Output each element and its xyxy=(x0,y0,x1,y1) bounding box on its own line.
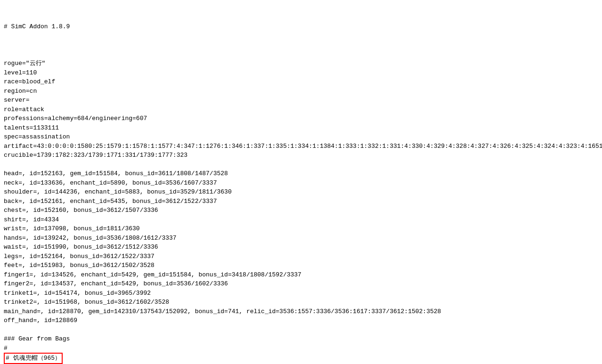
line-header: # SimC Addon 1.8.9 xyxy=(4,22,598,32)
code-block: # SimC Addon 1.8.9 rogue="云行"level=110ra… xyxy=(4,4,598,364)
code-line: neck=, id=133636, enchant_id=5890, bonus… xyxy=(4,178,598,188)
code-line: server= xyxy=(4,96,598,105)
code-line: level=110 xyxy=(4,68,598,78)
code-line: shoulder=, id=144236, enchant_id=5883, b… xyxy=(4,187,598,197)
code-lines: rogue="云行"level=110race=blood_elfregion=… xyxy=(4,50,598,364)
code-line: talents=1133111 xyxy=(4,123,598,133)
code-line: trinket2=, id=151968, bonus_id=3612/1602… xyxy=(4,298,598,307)
code-line: finger2=, id=134537, enchant_id=5429, bo… xyxy=(4,279,598,289)
code-line: wrist=, id=137098, bonus_id=1811/3630 xyxy=(4,224,598,234)
code-line: professions=alchemy=684/engineering=607 xyxy=(4,114,598,123)
code-line: head=, id=152163, gem_id=151584, bonus_i… xyxy=(4,169,598,178)
code-line: region=cn xyxy=(4,87,598,96)
main-container: # SimC Addon 1.8.9 rogue="云行"level=110ra… xyxy=(0,0,602,364)
code-line: off_hand=, id=128869 xyxy=(4,316,598,325)
code-line: main_hand=, id=128870, gem_id=142310/137… xyxy=(4,307,598,316)
code-line: back=, id=152161, enchant_id=5435, bonus… xyxy=(4,197,598,206)
code-line: finger1=, id=134526, enchant_id=5429, ge… xyxy=(4,270,598,280)
code-line: spec=assassination xyxy=(4,132,598,142)
code-line xyxy=(4,160,598,170)
code-line: trinket1=, id=154174, bonus_id=3965/3992 xyxy=(4,289,598,298)
code-line: feet=, id=151983, bonus_id=3612/1502/352… xyxy=(4,261,598,270)
code-line: artifact=43:0:0:0:0:1580:25:1579:1:1578:… xyxy=(4,142,598,151)
code-line: legs=, id=152164, bonus_id=3612/1522/333… xyxy=(4,252,598,261)
code-line: # 饥魂兜帽（965） xyxy=(4,353,598,364)
code-line: ### Gear from Bags xyxy=(4,334,598,344)
code-line: crucible=1739:1782:323/1739:1771:331/173… xyxy=(4,151,598,160)
code-line: hands=, id=139242, bonus_id=3536/1808/16… xyxy=(4,234,598,243)
code-line: waist=, id=151990, bonus_id=3612/1512/33… xyxy=(4,243,598,252)
code-line xyxy=(4,50,598,59)
gear-from-bags-highlight: # 饥魂兜帽（965） xyxy=(4,353,63,364)
code-line: role=attack xyxy=(4,105,598,114)
code-line: chest=, id=152160, bonus_id=3612/1507/33… xyxy=(4,206,598,215)
code-line: shirt=, id=4334 xyxy=(4,215,598,225)
code-line: # xyxy=(4,344,598,353)
code-line: race=blood_elf xyxy=(4,77,598,87)
code-line xyxy=(4,325,598,335)
code-line: rogue="云行" xyxy=(4,59,598,68)
